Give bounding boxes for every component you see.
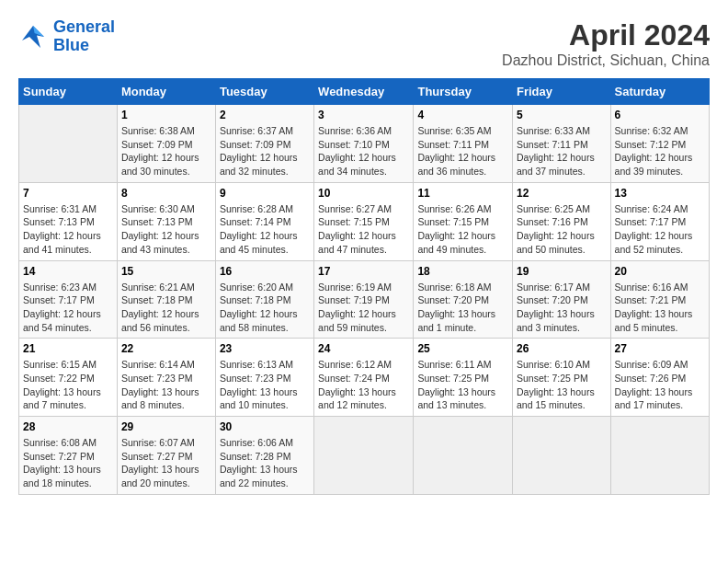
table-cell: 29Sunrise: 6:07 AM Sunset: 7:27 PM Dayli… [117,417,215,495]
day-number: 5 [517,109,607,121]
logo: General Blue [18,18,115,55]
day-number: 6 [615,109,705,121]
header-saturday: Saturday [610,79,709,105]
header-friday: Friday [513,79,611,105]
table-cell [19,105,118,183]
table-cell: 11Sunrise: 6:26 AM Sunset: 7:15 PM Dayli… [414,182,513,260]
day-number: 30 [220,420,310,433]
table-cell: 15Sunrise: 6:21 AM Sunset: 7:18 PM Dayli… [117,260,215,339]
day-content: Sunrise: 6:28 AM Sunset: 7:14 PM Dayligh… [220,202,310,257]
day-content: Sunrise: 6:17 AM Sunset: 7:20 PM Dayligh… [517,281,607,335]
calendar-header-row: Sunday Monday Tuesday Wednesday Thursday… [19,79,710,105]
day-number: 4 [417,109,508,121]
title-block: April 2024 Dazhou District, Sichuan, Chi… [502,18,710,69]
day-number: 16 [220,265,310,278]
table-cell: 13Sunrise: 6:24 AM Sunset: 7:17 PM Dayli… [610,182,709,260]
table-cell: 22Sunrise: 6:14 AM Sunset: 7:23 PM Dayli… [117,339,215,417]
header-tuesday: Tuesday [215,79,313,105]
day-content: Sunrise: 6:35 AM Sunset: 7:11 PM Dayligh… [417,124,508,178]
table-cell: 10Sunrise: 6:27 AM Sunset: 7:15 PM Dayli… [314,182,414,260]
day-number: 10 [318,187,409,200]
table-cell: 16Sunrise: 6:20 AM Sunset: 7:18 PM Dayli… [215,260,313,339]
table-cell [610,417,709,495]
table-cell: 1Sunrise: 6:38 AM Sunset: 7:09 PM Daylig… [117,105,215,183]
day-content: Sunrise: 6:09 AM Sunset: 7:26 PM Dayligh… [615,358,705,412]
day-number: 3 [318,109,409,121]
svg-marker-0 [22,26,44,48]
day-content: Sunrise: 6:08 AM Sunset: 7:27 PM Dayligh… [23,436,113,490]
calendar-body: 1Sunrise: 6:38 AM Sunset: 7:09 PM Daylig… [19,105,710,495]
day-number: 26 [517,342,607,355]
logo-text: General Blue [53,18,115,55]
day-content: Sunrise: 6:33 AM Sunset: 7:11 PM Dayligh… [517,124,607,178]
table-cell: 14Sunrise: 6:23 AM Sunset: 7:17 PM Dayli… [19,260,118,339]
subtitle: Dazhou District, Sichuan, China [502,52,710,69]
day-content: Sunrise: 6:31 AM Sunset: 7:13 PM Dayligh… [23,202,113,257]
day-number: 7 [23,187,113,200]
table-cell: 19Sunrise: 6:17 AM Sunset: 7:20 PM Dayli… [513,260,611,339]
day-content: Sunrise: 6:16 AM Sunset: 7:21 PM Dayligh… [615,281,705,335]
table-cell: 7Sunrise: 6:31 AM Sunset: 7:13 PM Daylig… [19,182,118,260]
table-cell: 23Sunrise: 6:13 AM Sunset: 7:23 PM Dayli… [215,339,313,417]
day-number: 15 [121,265,211,278]
day-content: Sunrise: 6:19 AM Sunset: 7:19 PM Dayligh… [318,281,409,335]
day-content: Sunrise: 6:12 AM Sunset: 7:24 PM Dayligh… [318,358,409,412]
day-content: Sunrise: 6:27 AM Sunset: 7:15 PM Dayligh… [318,202,409,257]
logo-icon [18,22,48,52]
table-cell: 17Sunrise: 6:19 AM Sunset: 7:19 PM Dayli… [314,260,414,339]
table-cell: 6Sunrise: 6:32 AM Sunset: 7:12 PM Daylig… [610,105,709,183]
table-cell: 26Sunrise: 6:10 AM Sunset: 7:25 PM Dayli… [513,339,611,417]
day-number: 18 [417,265,508,278]
day-content: Sunrise: 6:20 AM Sunset: 7:18 PM Dayligh… [220,281,310,335]
day-number: 20 [615,265,705,278]
day-number: 29 [121,420,211,433]
logo-general: General [53,17,115,36]
day-content: Sunrise: 6:10 AM Sunset: 7:25 PM Dayligh… [517,358,607,412]
table-cell: 25Sunrise: 6:11 AM Sunset: 7:25 PM Dayli… [414,339,513,417]
main-title: April 2024 [502,18,710,52]
day-number: 8 [121,187,211,200]
table-cell: 2Sunrise: 6:37 AM Sunset: 7:09 PM Daylig… [215,105,313,183]
day-number: 14 [23,265,113,278]
logo-blue: Blue [53,36,89,54]
table-cell [513,417,611,495]
table-cell: 21Sunrise: 6:15 AM Sunset: 7:22 PM Dayli… [19,339,118,417]
day-number: 2 [220,109,310,121]
header-thursday: Thursday [414,79,513,105]
header-sunday: Sunday [19,79,118,105]
day-content: Sunrise: 6:06 AM Sunset: 7:28 PM Dayligh… [220,436,310,490]
day-number: 12 [517,187,607,200]
day-number: 1 [121,109,211,121]
day-content: Sunrise: 6:24 AM Sunset: 7:17 PM Dayligh… [615,202,705,257]
table-cell: 5Sunrise: 6:33 AM Sunset: 7:11 PM Daylig… [513,105,611,183]
day-content: Sunrise: 6:14 AM Sunset: 7:23 PM Dayligh… [121,358,211,412]
table-cell [414,417,513,495]
table-cell: 28Sunrise: 6:08 AM Sunset: 7:27 PM Dayli… [19,417,118,495]
table-cell: 24Sunrise: 6:12 AM Sunset: 7:24 PM Dayli… [314,339,414,417]
table-cell: 18Sunrise: 6:18 AM Sunset: 7:20 PM Dayli… [414,260,513,339]
day-number: 24 [318,342,409,355]
day-number: 25 [417,342,508,355]
day-number: 23 [220,342,310,355]
day-number: 17 [318,265,409,278]
calendar-row-3: 14Sunrise: 6:23 AM Sunset: 7:17 PM Dayli… [19,260,710,339]
table-cell: 27Sunrise: 6:09 AM Sunset: 7:26 PM Dayli… [610,339,709,417]
header-wednesday: Wednesday [314,79,414,105]
day-content: Sunrise: 6:26 AM Sunset: 7:15 PM Dayligh… [417,202,508,257]
day-number: 28 [23,420,113,433]
calendar-row-5: 28Sunrise: 6:08 AM Sunset: 7:27 PM Dayli… [19,417,710,495]
day-content: Sunrise: 6:37 AM Sunset: 7:09 PM Dayligh… [220,124,310,178]
day-content: Sunrise: 6:15 AM Sunset: 7:22 PM Dayligh… [23,358,113,412]
calendar-row-4: 21Sunrise: 6:15 AM Sunset: 7:22 PM Dayli… [19,339,710,417]
day-number: 11 [417,187,508,200]
table-cell: 30Sunrise: 6:06 AM Sunset: 7:28 PM Dayli… [215,417,313,495]
table-cell: 4Sunrise: 6:35 AM Sunset: 7:11 PM Daylig… [414,105,513,183]
table-cell: 20Sunrise: 6:16 AM Sunset: 7:21 PM Dayli… [610,260,709,339]
day-number: 21 [23,342,113,355]
day-number: 19 [517,265,607,278]
calendar-table: Sunday Monday Tuesday Wednesday Thursday… [18,78,710,495]
day-content: Sunrise: 6:21 AM Sunset: 7:18 PM Dayligh… [121,281,211,335]
day-content: Sunrise: 6:38 AM Sunset: 7:09 PM Dayligh… [121,124,211,178]
day-content: Sunrise: 6:36 AM Sunset: 7:10 PM Dayligh… [318,124,409,178]
calendar-row-2: 7Sunrise: 6:31 AM Sunset: 7:13 PM Daylig… [19,182,710,260]
